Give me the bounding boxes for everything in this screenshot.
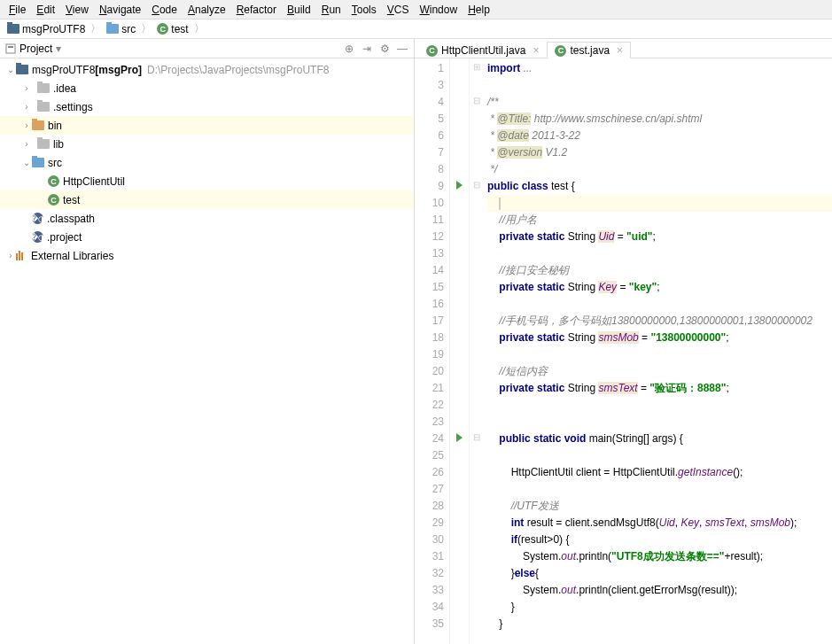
menu-window[interactable]: Window [414, 2, 463, 18]
code-line[interactable]: //手机号码，多个号码如13800000000,13800000001,1380… [487, 313, 832, 330]
code-line[interactable] [487, 397, 832, 414]
fold-toggle [470, 479, 484, 496]
tree-twisty-icon[interactable]: › [21, 83, 32, 93]
fold-toggle [470, 580, 484, 597]
code-line[interactable]: * @date 2011-3-22 [487, 128, 832, 144]
scroll-from-source-icon[interactable]: ⊕ [343, 43, 355, 55]
tree-row[interactable]: ⌄src [0, 153, 414, 172]
code-line[interactable]: private static String Uid = "uid"; [487, 229, 832, 245]
breadcrumb-item[interactable]: Ctest [153, 23, 191, 35]
tree-twisty-icon[interactable]: ⌄ [21, 158, 32, 167]
code-line[interactable]: HttpClientUtil client = HttpClientUtil.g… [487, 464, 832, 481]
code-line[interactable] [487, 195, 832, 212]
collapse-all-icon[interactable]: ⇥ [361, 43, 373, 55]
line-number: 9 [416, 178, 444, 195]
code-line[interactable]: int result = client.sendMsgUtf8(Uid, Key… [487, 515, 832, 531]
code-line[interactable] [487, 245, 832, 262]
line-number: 30 [416, 531, 444, 548]
code-line[interactable]: private static String smsText = "验证码：888… [487, 380, 832, 397]
tree-label: HttpClientUtil [63, 175, 125, 188]
breadcrumb-item[interactable]: src [103, 23, 139, 35]
tree-row[interactable]: CHttpClientUtil [0, 172, 414, 190]
code-line[interactable]: //UTF发送 [487, 498, 832, 515]
code-line[interactable]: } [487, 616, 832, 632]
code-line[interactable]: */ [487, 161, 832, 178]
menu-vcs[interactable]: VCS [382, 2, 415, 18]
close-icon[interactable]: × [533, 44, 539, 57]
breadcrumb-label: src [121, 23, 136, 35]
menu-edit[interactable]: Edit [31, 2, 60, 18]
code-line[interactable]: import ... [487, 60, 832, 77]
tree-row[interactable]: ⌄msgProUTF8 [msgPro]D:\Projects\JavaProj… [0, 60, 414, 79]
code-line[interactable] [487, 447, 832, 464]
project-tree[interactable]: ⌄msgProUTF8 [msgPro]D:\Projects\JavaProj… [0, 58, 414, 644]
code-line[interactable]: //用户名 [487, 212, 832, 229]
menu-code[interactable]: Code [146, 2, 183, 18]
tree-row[interactable]: �◑.classpath [0, 209, 414, 228]
tree-row[interactable]: Ctest [0, 190, 414, 209]
menu-run[interactable]: Run [316, 2, 346, 18]
gear-icon[interactable]: ⚙ [378, 43, 391, 55]
menu-view[interactable]: View [60, 2, 94, 18]
line-number: 27 [416, 481, 444, 498]
fold-toggle[interactable]: ⊟ [470, 429, 484, 446]
menu-file[interactable]: File [4, 2, 31, 18]
fold-toggle[interactable]: ⊟ [470, 176, 484, 193]
tree-twisty-icon[interactable]: ⌄ [5, 65, 16, 74]
code-line[interactable]: * @Title: http://www.smschinese.cn/api.s… [487, 111, 832, 128]
code-line[interactable]: private static String Key = "key"; [487, 279, 832, 296]
code-line[interactable]: System.out.println("UTF8成功发送条数=="+result… [487, 548, 832, 565]
menu-help[interactable]: Help [463, 2, 495, 18]
menu-tools[interactable]: Tools [346, 2, 382, 18]
close-icon[interactable]: × [617, 44, 623, 57]
menu-navigate[interactable]: Navigate [94, 2, 146, 18]
code-line[interactable]: /** [487, 94, 832, 111]
menu-refactor[interactable]: Refactor [231, 2, 282, 18]
line-number: 32 [416, 565, 444, 582]
tree-row[interactable]: ›bin [0, 116, 414, 135]
tree-row[interactable]: ›lib [0, 135, 414, 153]
editor-tab[interactable]: CHttpClientUtil.java× [418, 42, 547, 58]
tab-label: HttpClientUtil.java [441, 44, 525, 57]
run-markers[interactable] [450, 58, 470, 644]
fold-toggle[interactable]: ⊟ [470, 92, 484, 109]
fold-toggle [470, 109, 484, 126]
tree-twisty-icon[interactable]: › [5, 251, 16, 260]
code-line[interactable] [487, 346, 832, 363]
code-line[interactable] [487, 296, 832, 313]
code-line[interactable]: }else{ [487, 565, 832, 582]
code-line[interactable]: System.out.println(client.getErrorMsg(re… [487, 582, 832, 599]
menu-build[interactable]: Build [282, 2, 316, 18]
editor-tab[interactable]: Ctest.java× [547, 42, 631, 58]
breadcrumb-item[interactable]: msgProUTF8 [4, 23, 89, 35]
code-line[interactable]: if(result>0) { [487, 531, 832, 548]
tree-row[interactable]: ›.settings [0, 97, 414, 116]
run-icon[interactable] [456, 181, 463, 190]
code-line[interactable] [487, 481, 832, 498]
code-line[interactable]: //短信内容 [487, 363, 832, 380]
tree-twisty-icon[interactable]: › [21, 120, 32, 130]
code-line[interactable] [487, 77, 832, 94]
code-line[interactable]: public static void main(String[] args) { [487, 431, 832, 447]
fold-toggle[interactable]: ⊞ [470, 58, 484, 75]
code-line[interactable] [487, 414, 832, 431]
code-line[interactable]: } [487, 599, 832, 616]
code-line[interactable]: //接口安全秘钥 [487, 262, 832, 279]
hide-icon[interactable]: — [396, 43, 408, 55]
code-line[interactable]: private static String smsMob = "13800000… [487, 330, 832, 346]
tree-row[interactable]: �◑.project [0, 228, 414, 246]
tree-row[interactable]: ›.idea [0, 79, 414, 97]
fold-gutter[interactable]: ⊞⊟⊟⊟ [470, 58, 484, 644]
code-area[interactable]: 1345678910111213141516171819202122232425… [415, 58, 832, 644]
menu-analyze[interactable]: Analyze [183, 2, 231, 18]
eclipse-icon: �◑ [32, 231, 43, 243]
code-content[interactable]: import .../** * @Title: http://www.smsch… [484, 58, 832, 644]
code-line[interactable]: public class test { [487, 178, 832, 195]
run-icon[interactable] [456, 433, 463, 442]
tree-row[interactable]: ›External Libraries [0, 246, 414, 265]
code-line[interactable]: * @version V1.2 [487, 144, 832, 161]
tree-twisty-icon[interactable]: › [21, 102, 32, 112]
dropdown-icon[interactable]: ▾ [56, 43, 61, 55]
tree-twisty-icon[interactable]: › [21, 139, 32, 149]
folder-icon [32, 158, 44, 167]
